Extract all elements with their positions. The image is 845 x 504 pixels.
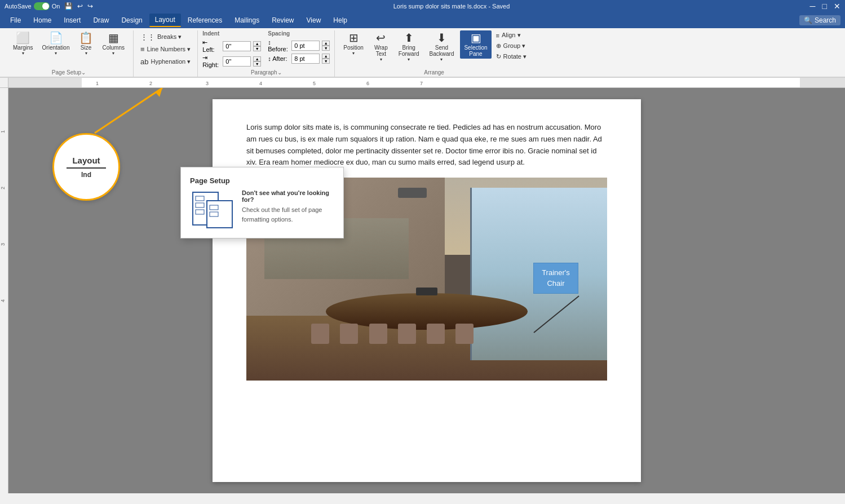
menu-design[interactable]: Design xyxy=(116,14,148,26)
indent-right-up[interactable]: ▲ xyxy=(253,56,261,61)
indent-right-row: ⇥ Right: ▲ ▼ xyxy=(202,54,261,68)
layout-callout-container: Layout Ind xyxy=(52,133,120,201)
redo-icon[interactable]: ↪ xyxy=(87,2,93,10)
wrap-text-button[interactable]: ↩ Wrap Text ▾ xyxy=(370,30,392,64)
size-button[interactable]: 📋 Size ▾ xyxy=(75,30,98,58)
bring-forward-button[interactable]: ⬆ Bring Forward ▾ xyxy=(395,30,423,64)
send-backward-button[interactable]: ⬇ Send Backward ▾ xyxy=(426,30,458,64)
send-backward-dropdown[interactable]: ▾ xyxy=(440,57,443,62)
indent-left-up[interactable]: ▲ xyxy=(253,41,261,46)
breaks-group-label xyxy=(165,69,166,77)
hyphenation-label: Hyphenation ▾ xyxy=(151,58,191,65)
spacing-before-input[interactable] xyxy=(291,41,320,51)
menu-file[interactable]: File xyxy=(5,14,26,26)
paragraph-label: Paragraph ⌄ xyxy=(251,69,282,77)
spacing-before-row: ↕ Before: ▲ ▼ xyxy=(268,39,330,52)
vertical-ruler: 1 2 3 4 xyxy=(0,88,8,493)
align-button[interactable]: ≡ Align ▾ xyxy=(494,30,529,40)
chair-4 xyxy=(398,324,416,344)
document-body-text: Loris sump dolor sits mate is, is commun… xyxy=(246,122,607,169)
ribbon-group-page-setup: ⬜ Margins ▾ 📄 Orientation ▾ 📋 Size ▾ ▦ C… xyxy=(5,30,134,77)
menu-layout[interactable]: Layout xyxy=(149,14,181,27)
columns-label: Columns xyxy=(103,45,125,51)
columns-button[interactable]: ▦ Columns ▾ xyxy=(99,30,129,58)
menu-draw[interactable]: Draw xyxy=(87,14,114,26)
page-setup-label: Page Setup ⌄ xyxy=(52,69,86,77)
main-area: 1 2 3 4 Page Setup xyxy=(0,88,845,493)
spacing-before-down[interactable]: ▼ xyxy=(322,46,330,51)
bring-forward-sub: Forward xyxy=(399,51,419,57)
menu-review[interactable]: Review xyxy=(266,14,299,26)
orientation-button[interactable]: 📄 Orientation ▾ xyxy=(38,30,74,58)
indent-right-input[interactable] xyxy=(223,56,251,67)
menu-mailings[interactable]: Mailings xyxy=(229,14,265,26)
spacing-after-down[interactable]: ▼ xyxy=(322,59,330,64)
orientation-dropdown[interactable]: ▾ xyxy=(55,51,57,56)
close-btn[interactable]: ✕ xyxy=(834,2,840,11)
line-numbers-icon: ≡ xyxy=(140,45,145,54)
rotate-button[interactable]: ↻ Rotate ▾ xyxy=(494,52,529,61)
group-button[interactable]: ⊕ Group ▾ xyxy=(494,41,529,51)
undo-icon[interactable]: ↩ xyxy=(77,2,83,10)
wrap-text-label: Wrap xyxy=(374,45,388,51)
bring-forward-dropdown[interactable]: ▾ xyxy=(408,57,410,62)
right-label: ⇥ Right: xyxy=(202,54,220,68)
position-button[interactable]: ⊞ Position ▾ xyxy=(339,30,368,58)
indent-left-row: ⇤ Left: ▲ ▼ xyxy=(202,39,261,53)
svg-text:4: 4 xyxy=(0,299,6,302)
callout-ind-text: Ind xyxy=(81,171,91,179)
menu-insert[interactable]: Insert xyxy=(58,14,86,26)
menu-bar: File Home Insert Draw Design Layout Refe… xyxy=(0,12,845,28)
autosave-toggle[interactable] xyxy=(34,2,50,10)
menu-home[interactable]: Home xyxy=(28,14,57,26)
document-area: Page Setup Don't see what you' xyxy=(8,88,845,493)
hyphenation-button[interactable]: ab Hyphenation ▾ xyxy=(138,56,193,67)
margins-button[interactable]: ⬜ Margins ▾ xyxy=(9,30,37,58)
send-backward-label: Send xyxy=(435,45,448,51)
columns-dropdown[interactable]: ▾ xyxy=(112,51,114,56)
autosave-control[interactable]: AutoSave On xyxy=(5,2,60,10)
laptop xyxy=(416,288,437,295)
align-group-controls: ≡ Align ▾ ⊕ Group ▾ ↻ Rotate ▾ xyxy=(494,30,529,61)
selection-pane-button[interactable]: ▣ Selection Pane xyxy=(460,30,491,59)
menu-view[interactable]: View xyxy=(301,14,327,26)
bring-forward-label: Bring xyxy=(402,45,415,51)
position-icon: ⊞ xyxy=(349,32,359,43)
line-numbers-button[interactable]: ≡ Line Numbers ▾ xyxy=(138,44,193,55)
trainer-chair-label: Trainer'sChair xyxy=(533,263,578,293)
menu-references[interactable]: References xyxy=(182,14,228,26)
svg-rect-15 xyxy=(207,201,232,228)
spacing-heading: Spacing xyxy=(268,30,330,37)
svg-text:6: 6 xyxy=(366,81,369,86)
horizontal-ruler: 1 2 3 4 5 6 7 xyxy=(8,78,845,88)
chair-5 xyxy=(427,324,445,344)
menu-help[interactable]: Help xyxy=(328,14,353,26)
indent-left-down[interactable]: ▼ xyxy=(253,46,261,51)
orientation-icon: 📄 xyxy=(49,32,63,43)
ribbon-group-breaks: ⋮⋮ Breaks ▾ ≡ Line Numbers ▾ ab Hyphenat… xyxy=(134,30,198,77)
indent-right-down[interactable]: ▼ xyxy=(253,61,261,67)
chair-3 xyxy=(369,324,387,344)
wrap-text-dropdown[interactable]: ▾ xyxy=(380,57,382,62)
ribbon-group-indent-spacing: Indent ⇤ Left: ▲ ▼ ⇥ Right: ▲ ▼ xyxy=(198,30,335,77)
breaks-button[interactable]: ⋮⋮ Breaks ▾ xyxy=(138,32,184,42)
maximize-btn[interactable]: □ xyxy=(822,2,827,11)
minimize-btn[interactable]: ─ xyxy=(810,2,816,11)
projector xyxy=(398,188,427,198)
margins-dropdown[interactable]: ▾ xyxy=(22,51,24,56)
save-icon[interactable]: 💾 xyxy=(64,2,73,10)
before-label: ↕ Before: xyxy=(268,39,289,52)
send-backward-icon: ⬇ xyxy=(437,32,446,43)
breaks-icon: ⋮⋮ xyxy=(140,33,155,41)
search-box[interactable]: 🔍 Search xyxy=(799,15,840,25)
position-dropdown[interactable]: ▾ xyxy=(352,51,355,56)
spacing-after-input[interactable] xyxy=(291,54,320,64)
page-setup-expand[interactable]: ⌄ xyxy=(81,69,86,76)
indent-left-input[interactable] xyxy=(223,41,251,51)
spacing-after-up[interactable]: ▲ xyxy=(322,54,330,59)
ruler-corner xyxy=(0,78,8,88)
spacing-before-up[interactable]: ▲ xyxy=(322,41,330,46)
paragraph-expand[interactable]: ⌄ xyxy=(277,69,282,76)
orientation-label: Orientation xyxy=(42,45,70,51)
size-dropdown[interactable]: ▾ xyxy=(85,51,87,56)
